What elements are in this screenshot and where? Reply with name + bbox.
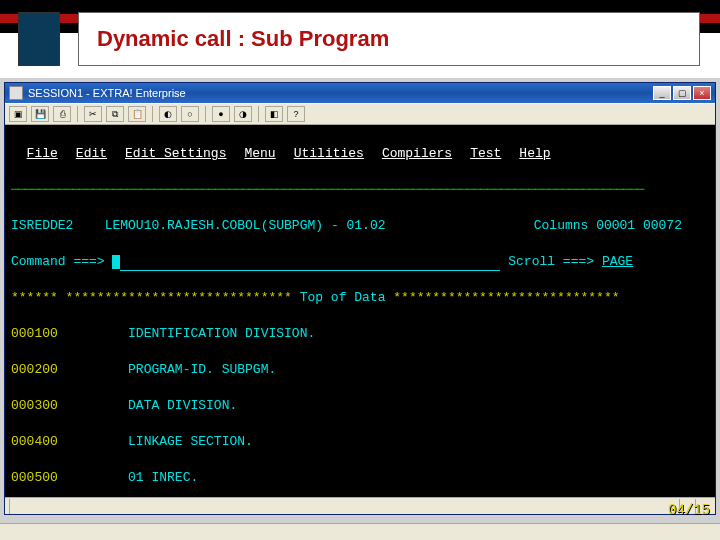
toolbar: ▣ 💾 ⎙ ✂ ⧉ 📋 ◐ ○ ● ◑ ◧ ? xyxy=(5,103,715,125)
scroll-value[interactable]: PAGE xyxy=(602,254,633,269)
slide-accent-block xyxy=(18,12,60,66)
toolbar-separator xyxy=(77,106,78,122)
menu-edit[interactable]: Edit xyxy=(76,146,107,161)
terminal-window: SESSION1 - EXTRA! Enterprise _ ▢ × ▣ 💾 ⎙… xyxy=(4,82,716,515)
tool-open-icon[interactable]: ▣ xyxy=(9,106,27,122)
command-line[interactable]: Command ===> Scroll ===> PAGE xyxy=(11,253,709,271)
code-line: 000400 LINKAGE SECTION. xyxy=(11,433,709,451)
ispf-menubar: FileEditEdit_SettingsMenuUtilitiesCompil… xyxy=(11,145,709,163)
menu-edit-settings[interactable]: Edit_Settings xyxy=(125,146,226,161)
menu-utilities[interactable]: Utilities xyxy=(294,146,364,161)
code-line: 000300 DATA DIVISION. xyxy=(11,397,709,415)
toolbar-separator xyxy=(258,106,259,122)
toolbar-separator xyxy=(152,106,153,122)
menu-test[interactable]: Test xyxy=(470,146,501,161)
app-icon xyxy=(9,86,23,100)
tool-paste-icon[interactable]: 📋 xyxy=(128,106,146,122)
tool-print-icon[interactable]: ⎙ xyxy=(53,106,71,122)
tool-d-icon[interactable]: ◑ xyxy=(234,106,252,122)
slide-title-box: Dynamic call : Sub Program xyxy=(78,12,700,66)
menu-compilers[interactable]: Compilers xyxy=(382,146,452,161)
close-button[interactable]: × xyxy=(693,86,711,100)
slide-title: Dynamic call : Sub Program xyxy=(97,26,389,52)
menu-divider: ────────────────────────────────────────… xyxy=(11,181,709,199)
code-line: 000500 01 INREC. xyxy=(11,469,709,487)
tool-c-icon[interactable]: ● xyxy=(212,106,230,122)
cursor-block xyxy=(112,255,120,269)
tool-copy-icon[interactable]: ⧉ xyxy=(106,106,124,122)
tool-b-icon[interactable]: ○ xyxy=(181,106,199,122)
titlebar[interactable]: SESSION1 - EXTRA! Enterprise _ ▢ × xyxy=(5,83,715,103)
tool-a-icon[interactable]: ◐ xyxy=(159,106,177,122)
slide-header: Dynamic call : Sub Program xyxy=(0,0,720,78)
maximize-button[interactable]: ▢ xyxy=(673,86,691,100)
status-cell xyxy=(9,499,25,514)
menu-menu[interactable]: Menu xyxy=(244,146,275,161)
tool-cut-icon[interactable]: ✂ xyxy=(84,106,102,122)
window-controls: _ ▢ × xyxy=(653,86,711,100)
top-of-data: ****** ***************************** Top… xyxy=(11,289,709,307)
minimize-button[interactable]: _ xyxy=(653,86,671,100)
tool-e-icon[interactable]: ◧ xyxy=(265,106,283,122)
tool-save-icon[interactable]: 💾 xyxy=(31,106,49,122)
terminal-screen[interactable]: FileEditEdit_SettingsMenuUtilitiesCompil… xyxy=(5,125,715,497)
code-line: 000200 PROGRAM-ID. SUBPGM. xyxy=(11,361,709,379)
window-title: SESSION1 - EXTRA! Enterprise xyxy=(28,87,653,99)
menu-help[interactable]: Help xyxy=(519,146,550,161)
code-line: 000100 IDENTIFICATION DIVISION. xyxy=(11,325,709,343)
tool-help-icon[interactable]: ? xyxy=(287,106,305,122)
command-input[interactable] xyxy=(120,257,500,271)
statusbar xyxy=(5,497,715,514)
toolbar-separator xyxy=(205,106,206,122)
slide-counter: 04/15 xyxy=(668,502,710,518)
member-line: ISREDDE2 LEMOU10.RAJESH.COBOL(SUBPGM) - … xyxy=(11,217,709,235)
presentation-statusbar xyxy=(0,523,720,540)
menu-file[interactable]: File xyxy=(27,146,58,161)
